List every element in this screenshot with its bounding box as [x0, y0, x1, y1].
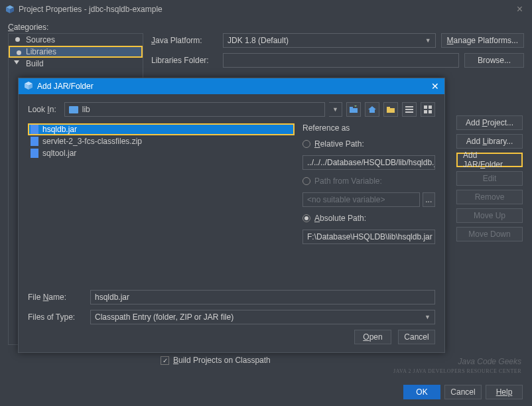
- variable-browse-button: ...: [423, 192, 435, 207]
- file-icon: [31, 125, 38, 134]
- look-in-value: lib: [82, 105, 90, 114]
- add-library-button[interactable]: Add Library...: [456, 134, 523, 149]
- remove-button: Remove: [456, 190, 523, 204]
- move-up-button: Move Up: [456, 208, 523, 223]
- dialog-close-icon[interactable]: ✕: [431, 81, 439, 92]
- reference-header: Reference as: [302, 123, 435, 133]
- add-jar-folder-button[interactable]: Add JAR/Folder: [456, 153, 523, 167]
- relative-path-radio[interactable]: [302, 140, 310, 148]
- chevron-down-icon: ▼: [425, 37, 431, 44]
- select-value: JDK 1.8 (Default): [228, 36, 289, 45]
- svg-rect-10: [387, 108, 395, 113]
- tree-item-label: Libraries: [26, 47, 56, 56]
- tree-item-label: Sources: [26, 35, 55, 44]
- dialog-button-bar: OK Cancel Help: [403, 385, 523, 399]
- file-name-input[interactable]: hsqldb.jar: [90, 290, 435, 304]
- cancel-button[interactable]: Cancel: [444, 385, 482, 399]
- home-button[interactable]: [365, 102, 379, 117]
- list-view-button[interactable]: [402, 102, 417, 117]
- build-classpath-row: ✓ Build Projects on Classpath: [161, 356, 524, 365]
- svg-rect-7: [350, 107, 353, 109]
- checkbox-label: Build Projects on Classpath: [173, 356, 271, 365]
- file-icon: [31, 137, 38, 146]
- libraries-folder-input[interactable]: [223, 53, 459, 68]
- file-name: hsqldb.jar: [42, 125, 77, 134]
- libraries-folder-label: Libraries Folder:: [151, 56, 218, 65]
- file-list[interactable]: hsqldb.jar servlet-2_3-fcs-classfiles.zi…: [28, 123, 295, 285]
- select-value: Classpath Entry (folder, ZIP or JAR file…: [95, 312, 233, 322]
- svg-rect-17: [424, 110, 427, 113]
- absolute-path-radio[interactable]: [302, 214, 310, 222]
- dialog-cancel-button[interactable]: Cancel: [398, 330, 435, 344]
- tree-item-libraries[interactable]: Libraries: [9, 46, 143, 58]
- svg-rect-9: [369, 109, 375, 113]
- chevron-down-icon: [14, 60, 19, 64]
- look-in-select[interactable]: lib: [64, 102, 325, 117]
- edit-button: Edit: [456, 171, 523, 186]
- radio-label: Relative Path:: [314, 139, 364, 149]
- file-item[interactable]: servlet-2_3-fcs-classfiles.zip: [28, 135, 295, 147]
- files-of-type-label: Files of Type:: [28, 312, 85, 322]
- file-name: servlet-2_3-fcs-classfiles.zip: [42, 137, 142, 146]
- variable-path-radio: [302, 177, 310, 185]
- radio-label: Path from Variable:: [314, 176, 382, 186]
- app-icon: [5, 5, 15, 14]
- look-in-dropdown-icon[interactable]: ▼: [329, 102, 342, 117]
- file-name: sqltool.jar: [42, 149, 76, 158]
- dialog-titlebar: Add JAR/Folder ✕: [19, 78, 444, 94]
- add-project-button[interactable]: Add Project...: [456, 115, 523, 130]
- library-side-buttons: Add Project... Add Library... Add JAR/Fo…: [456, 115, 523, 241]
- look-in-label: Look In:: [28, 105, 56, 114]
- absolute-path-value: F:\Database\HSQLDB\lib\hsqldb.jar: [302, 230, 435, 244]
- java-platform-label: Java Platform:: [151, 36, 218, 45]
- chevron-down-icon: ▼: [425, 314, 431, 320]
- dialog-icon: [24, 81, 33, 92]
- tree-item-label: Build: [26, 59, 44, 68]
- radio-label: Absolute Path:: [314, 214, 366, 223]
- move-down-button: Move Down: [456, 227, 523, 241]
- dialog-title: Add JAR/Folder: [37, 82, 94, 91]
- relative-path-value: ../../../Database/HSQLDB/lib/hsqldb.jar: [302, 155, 435, 170]
- up-folder-button[interactable]: [346, 102, 361, 117]
- file-icon: [31, 149, 38, 158]
- reference-panel: Reference as Relative Path: ../../../Dat…: [302, 123, 435, 285]
- java-platform-select[interactable]: JDK 1.8 (Default)▼: [223, 33, 436, 48]
- details-view-button[interactable]: [421, 102, 435, 117]
- open-button[interactable]: Open: [354, 330, 391, 344]
- files-of-type-select[interactable]: Classpath Entry (folder, ZIP or JAR file…: [90, 310, 435, 324]
- variable-path-value: <no suitable variable>: [302, 192, 420, 207]
- ok-button[interactable]: OK: [403, 385, 440, 399]
- new-folder-button[interactable]: [383, 102, 398, 117]
- file-item-selected[interactable]: hsqldb.jar: [28, 123, 295, 135]
- svg-rect-12: [405, 106, 413, 107]
- build-classpath-checkbox[interactable]: ✓: [161, 356, 169, 365]
- manage-platforms-button[interactable]: Manage Platforms...: [441, 33, 524, 48]
- svg-marker-8: [368, 106, 376, 109]
- help-button[interactable]: Help: [486, 385, 523, 399]
- svg-rect-18: [429, 110, 432, 113]
- categories-label: Categories:: [8, 23, 524, 32]
- folder-icon: [69, 106, 78, 113]
- svg-rect-13: [405, 109, 413, 110]
- svg-rect-6: [350, 108, 358, 113]
- window-title: Project Properties - jdbc-hsqldb-example: [19, 5, 163, 14]
- tree-item-build[interactable]: Build: [9, 58, 143, 70]
- file-name-label: File Name:: [28, 293, 85, 302]
- svg-rect-11: [387, 107, 390, 109]
- file-item[interactable]: sqltool.jar: [28, 147, 295, 159]
- svg-rect-15: [424, 105, 427, 109]
- browse-button[interactable]: Browse...: [464, 53, 524, 68]
- window-close-icon[interactable]: ×: [513, 3, 527, 15]
- btn-label: anage Platforms...: [454, 36, 518, 45]
- svg-rect-14: [405, 111, 413, 113]
- add-jar-dialog: Add JAR/Folder ✕ Look In: lib ▼ hsqldb.j…: [18, 78, 445, 353]
- tree-item-sources[interactable]: Sources: [9, 34, 143, 46]
- svg-rect-16: [429, 105, 432, 109]
- main-titlebar: Project Properties - jdbc-hsqldb-example…: [0, 0, 532, 19]
